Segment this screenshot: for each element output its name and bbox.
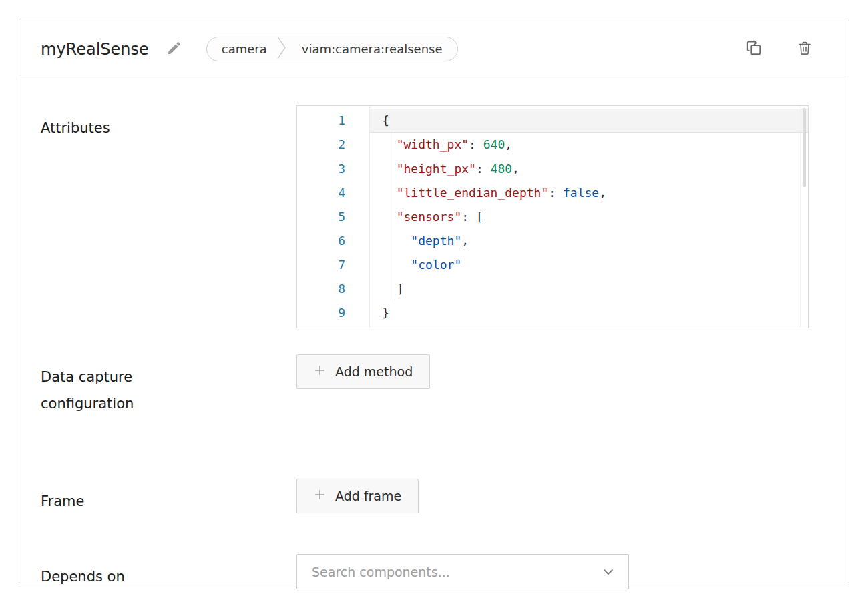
search-components-input[interactable] — [312, 565, 603, 579]
duplicate-button[interactable] — [745, 39, 763, 59]
add-method-label: Add method — [335, 364, 413, 379]
component-card: myRealSense camera viam:camera:realsense — [19, 19, 849, 583]
line-number: 7 — [297, 253, 369, 277]
add-frame-button[interactable]: Add frame — [296, 479, 419, 513]
chevron-down-icon — [603, 565, 614, 578]
code-line-content: "height_px": 480, — [369, 157, 808, 181]
breadcrumb: camera viam:camera:realsense — [206, 37, 458, 61]
add-frame-label: Add frame — [335, 489, 401, 503]
plus-icon — [314, 364, 326, 379]
line-number: 3 — [297, 157, 369, 181]
scrollbar-track — [800, 106, 801, 328]
code-line-content: "width_px": 640, — [369, 133, 808, 157]
component-header: myRealSense camera viam:camera:realsense — [19, 19, 849, 79]
component-body: Attributes 1{2 "width_px": 640,3 "height… — [19, 79, 849, 590]
code-line: 2 "width_px": 640, — [297, 133, 808, 157]
indent-guide — [395, 133, 395, 301]
code-line-content: } — [369, 301, 808, 325]
code-line-content: "sensors": [ — [369, 205, 808, 229]
code-line: 4 "little_endian_depth": false, — [297, 181, 808, 205]
data-capture-row: Data capture configuration Add method — [41, 354, 827, 417]
scrollbar-thumb[interactable] — [803, 108, 806, 187]
edit-name-button[interactable] — [166, 40, 182, 58]
code-line-content: { — [369, 109, 808, 133]
depends-on-label: Depends on — [41, 554, 184, 590]
trash-icon — [797, 39, 813, 59]
data-capture-label: Data capture configuration — [41, 354, 184, 417]
depends-on-row: Depends on — [41, 554, 827, 590]
add-method-button[interactable]: Add method — [296, 354, 430, 389]
code-lines: 1{2 "width_px": 640,3 "height_px": 480,4… — [297, 109, 808, 325]
breadcrumb-type: camera — [207, 42, 276, 56]
line-number: 6 — [297, 229, 369, 253]
code-line: 8 ] — [297, 277, 808, 301]
code-line-content: "little_endian_depth": false, — [369, 181, 808, 205]
line-number: 1 — [297, 109, 369, 133]
code-line-content: "depth", — [369, 229, 808, 253]
frame-row: Frame Add frame — [41, 479, 827, 515]
gutter-separator — [369, 106, 370, 328]
code-line: 1{ — [297, 109, 808, 133]
attributes-editor[interactable]: 1{2 "width_px": 640,3 "height_px": 480,4… — [296, 105, 809, 328]
line-number: 9 — [297, 301, 369, 325]
attributes-label: Attributes — [41, 105, 184, 141]
pencil-icon — [166, 40, 182, 58]
line-number: 8 — [297, 277, 369, 301]
delete-button[interactable] — [797, 39, 813, 59]
header-actions — [745, 39, 813, 59]
duplicate-icon — [745, 39, 763, 59]
frame-label: Frame — [41, 479, 184, 515]
code-line: 3 "height_px": 480, — [297, 157, 808, 181]
code-line-content: ] — [369, 277, 808, 301]
breadcrumb-separator-icon — [276, 37, 287, 61]
code-line: 9} — [297, 301, 808, 325]
component-name: myRealSense — [41, 40, 149, 59]
code-line-content: "color" — [369, 253, 808, 277]
depends-on-select[interactable] — [296, 554, 629, 589]
code-line: 6 "depth", — [297, 229, 808, 253]
code-line: 5 "sensors": [ — [297, 205, 808, 229]
code-line: 7 "color" — [297, 253, 808, 277]
plus-icon — [314, 489, 326, 503]
attributes-row: Attributes 1{2 "width_px": 640,3 "height… — [41, 105, 827, 328]
breadcrumb-model: viam:camera:realsense — [287, 42, 457, 56]
line-number: 4 — [297, 181, 369, 205]
line-number: 2 — [297, 133, 369, 157]
line-number: 5 — [297, 205, 369, 229]
